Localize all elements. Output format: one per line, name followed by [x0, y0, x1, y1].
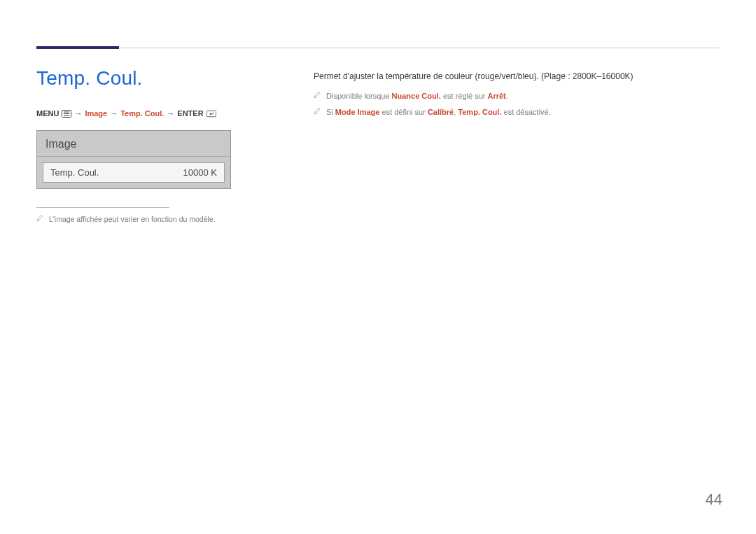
note-body: Disponible lorsque Nuance Coul. est régl… [326, 90, 508, 103]
menu-label: MENU [36, 109, 59, 118]
arrow-1: → [74, 109, 82, 118]
temp-coul-row[interactable]: Temp. Coul. 10000 K [43, 162, 225, 183]
model-variation-note: L'image affichée peut varier en fonction… [36, 213, 246, 225]
nuance-coul: Nuance Coul. [392, 92, 441, 100]
pencil-icon [36, 213, 43, 225]
description: Permet d'ajuster la température de coule… [314, 70, 718, 83]
menu-icon [62, 110, 71, 118]
menu-path: MENU → Image → Temp. Coul. → ENTER [36, 109, 246, 118]
row-label: Temp. Coul. [50, 167, 99, 178]
pencil-icon [314, 106, 321, 119]
panel-body: Temp. Coul. 10000 K [37, 157, 230, 188]
left-column: Temp. Coul. MENU → Image → Temp. Coul. →… [36, 67, 246, 230]
calibre-note: Si Mode Image est défini sur Calibré, Te… [314, 106, 718, 119]
t: Si [326, 108, 335, 116]
t: Disponible lorsque [326, 92, 392, 100]
page-title: Temp. Coul. [36, 67, 246, 90]
t: est défini sur [379, 108, 427, 116]
path-image: Image [85, 109, 107, 118]
arrow-2: → [110, 109, 118, 118]
row-value: 10000 K [183, 167, 217, 178]
settings-panel: Image Temp. Coul. 10000 K [36, 130, 231, 189]
footnote-rule [36, 207, 169, 208]
panel-header: Image [37, 131, 230, 157]
enter-icon [206, 110, 216, 118]
temp-coul: Temp. Coul. [458, 108, 501, 116]
calibre: Calibré [428, 108, 454, 116]
note-body: Si Mode Image est défini sur Calibré, Te… [326, 106, 551, 119]
t: est réglé sur [441, 92, 488, 100]
arret: Arrêt [488, 92, 506, 100]
accent-bar [36, 46, 119, 49]
enter-label: ENTER [177, 109, 203, 118]
t: . [506, 92, 508, 100]
mode-image: Mode Image [335, 108, 380, 116]
page: Temp. Coul. MENU → Image → Temp. Coul. →… [0, 0, 756, 534]
top-rule [36, 48, 720, 48]
note-text: L'image affichée peut varier en fonction… [49, 213, 216, 225]
right-column: Permet d'ajuster la température de coule… [314, 70, 718, 121]
path-temp: Temp. Coul. [120, 109, 164, 118]
arrow-3: → [167, 109, 174, 118]
pencil-icon [314, 90, 321, 103]
page-number: 44 [706, 491, 722, 509]
availability-note: Disponible lorsque Nuance Coul. est régl… [314, 90, 718, 103]
t: est désactivé. [501, 108, 550, 116]
